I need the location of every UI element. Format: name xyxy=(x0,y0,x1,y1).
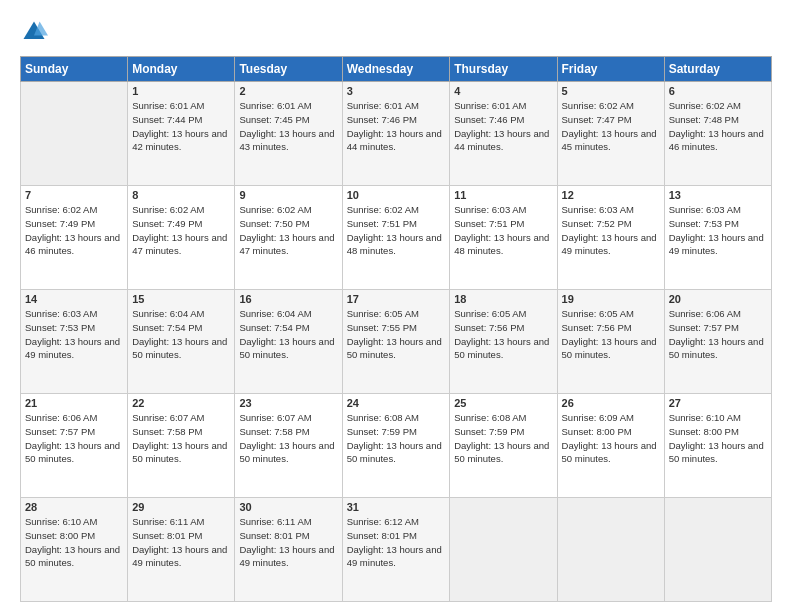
sunset-text: Sunset: 7:58 PM xyxy=(239,426,309,437)
day-info: Sunrise: 6:01 AM Sunset: 7:45 PM Dayligh… xyxy=(239,99,337,154)
day-info: Sunrise: 6:11 AM Sunset: 8:01 PM Dayligh… xyxy=(239,515,337,570)
calendar-day-cell: 14 Sunrise: 6:03 AM Sunset: 7:53 PM Dayl… xyxy=(21,290,128,394)
day-number: 14 xyxy=(25,293,123,305)
calendar-header-wednesday: Wednesday xyxy=(342,57,450,82)
sunrise-text: Sunrise: 6:10 AM xyxy=(669,412,741,423)
sunrise-text: Sunrise: 6:11 AM xyxy=(239,516,311,527)
day-number: 25 xyxy=(454,397,552,409)
sunset-text: Sunset: 7:52 PM xyxy=(562,218,632,229)
calendar-day-cell: 21 Sunrise: 6:06 AM Sunset: 7:57 PM Dayl… xyxy=(21,394,128,498)
sunrise-text: Sunrise: 6:05 AM xyxy=(347,308,419,319)
sunset-text: Sunset: 7:59 PM xyxy=(347,426,417,437)
sunset-text: Sunset: 7:53 PM xyxy=(669,218,739,229)
calendar-day-cell: 28 Sunrise: 6:10 AM Sunset: 8:00 PM Dayl… xyxy=(21,498,128,602)
calendar-day-cell xyxy=(557,498,664,602)
daylight-text: Daylight: 13 hours and 49 minutes. xyxy=(669,232,764,257)
sunrise-text: Sunrise: 6:03 AM xyxy=(454,204,526,215)
sunset-text: Sunset: 8:01 PM xyxy=(132,530,202,541)
calendar-day-cell: 18 Sunrise: 6:05 AM Sunset: 7:56 PM Dayl… xyxy=(450,290,557,394)
calendar-week-row: 7 Sunrise: 6:02 AM Sunset: 7:49 PM Dayli… xyxy=(21,186,772,290)
daylight-text: Daylight: 13 hours and 49 minutes. xyxy=(347,544,442,569)
daylight-text: Daylight: 13 hours and 50 minutes. xyxy=(347,336,442,361)
calendar-day-cell: 23 Sunrise: 6:07 AM Sunset: 7:58 PM Dayl… xyxy=(235,394,342,498)
calendar-week-row: 14 Sunrise: 6:03 AM Sunset: 7:53 PM Dayl… xyxy=(21,290,772,394)
day-info: Sunrise: 6:02 AM Sunset: 7:51 PM Dayligh… xyxy=(347,203,446,258)
header xyxy=(20,18,772,46)
sunset-text: Sunset: 7:49 PM xyxy=(25,218,95,229)
sunrise-text: Sunrise: 6:02 AM xyxy=(239,204,311,215)
calendar-day-cell xyxy=(21,82,128,186)
calendar-day-cell: 17 Sunrise: 6:05 AM Sunset: 7:55 PM Dayl… xyxy=(342,290,450,394)
day-number: 20 xyxy=(669,293,767,305)
day-number: 26 xyxy=(562,397,660,409)
calendar-day-cell: 15 Sunrise: 6:04 AM Sunset: 7:54 PM Dayl… xyxy=(128,290,235,394)
day-number: 2 xyxy=(239,85,337,97)
sunrise-text: Sunrise: 6:07 AM xyxy=(132,412,204,423)
day-number: 19 xyxy=(562,293,660,305)
sunrise-text: Sunrise: 6:01 AM xyxy=(347,100,419,111)
day-number: 15 xyxy=(132,293,230,305)
sunrise-text: Sunrise: 6:02 AM xyxy=(562,100,634,111)
day-number: 16 xyxy=(239,293,337,305)
day-info: Sunrise: 6:07 AM Sunset: 7:58 PM Dayligh… xyxy=(132,411,230,466)
day-info: Sunrise: 6:02 AM Sunset: 7:49 PM Dayligh… xyxy=(132,203,230,258)
daylight-text: Daylight: 13 hours and 50 minutes. xyxy=(454,440,549,465)
sunrise-text: Sunrise: 6:08 AM xyxy=(347,412,419,423)
sunset-text: Sunset: 7:54 PM xyxy=(239,322,309,333)
daylight-text: Daylight: 13 hours and 44 minutes. xyxy=(347,128,442,153)
calendar-day-cell: 26 Sunrise: 6:09 AM Sunset: 8:00 PM Dayl… xyxy=(557,394,664,498)
calendar-week-row: 21 Sunrise: 6:06 AM Sunset: 7:57 PM Dayl… xyxy=(21,394,772,498)
sunset-text: Sunset: 7:57 PM xyxy=(25,426,95,437)
sunrise-text: Sunrise: 6:03 AM xyxy=(669,204,741,215)
sunset-text: Sunset: 7:53 PM xyxy=(25,322,95,333)
day-number: 18 xyxy=(454,293,552,305)
sunset-text: Sunset: 8:00 PM xyxy=(562,426,632,437)
day-number: 13 xyxy=(669,189,767,201)
day-info: Sunrise: 6:03 AM Sunset: 7:51 PM Dayligh… xyxy=(454,203,552,258)
daylight-text: Daylight: 13 hours and 50 minutes. xyxy=(669,440,764,465)
day-number: 10 xyxy=(347,189,446,201)
calendar-header-sunday: Sunday xyxy=(21,57,128,82)
day-info: Sunrise: 6:08 AM Sunset: 7:59 PM Dayligh… xyxy=(347,411,446,466)
sunset-text: Sunset: 7:48 PM xyxy=(669,114,739,125)
day-info: Sunrise: 6:12 AM Sunset: 8:01 PM Dayligh… xyxy=(347,515,446,570)
calendar-week-row: 1 Sunrise: 6:01 AM Sunset: 7:44 PM Dayli… xyxy=(21,82,772,186)
calendar-day-cell: 1 Sunrise: 6:01 AM Sunset: 7:44 PM Dayli… xyxy=(128,82,235,186)
daylight-text: Daylight: 13 hours and 48 minutes. xyxy=(347,232,442,257)
daylight-text: Daylight: 13 hours and 46 minutes. xyxy=(669,128,764,153)
calendar-day-cell: 6 Sunrise: 6:02 AM Sunset: 7:48 PM Dayli… xyxy=(664,82,771,186)
sunset-text: Sunset: 7:45 PM xyxy=(239,114,309,125)
day-info: Sunrise: 6:01 AM Sunset: 7:46 PM Dayligh… xyxy=(454,99,552,154)
day-number: 8 xyxy=(132,189,230,201)
daylight-text: Daylight: 13 hours and 49 minutes. xyxy=(562,232,657,257)
daylight-text: Daylight: 13 hours and 48 minutes. xyxy=(454,232,549,257)
daylight-text: Daylight: 13 hours and 47 minutes. xyxy=(132,232,227,257)
page: SundayMondayTuesdayWednesdayThursdayFrid… xyxy=(0,0,792,612)
daylight-text: Daylight: 13 hours and 43 minutes. xyxy=(239,128,334,153)
calendar-day-cell: 10 Sunrise: 6:02 AM Sunset: 7:51 PM Dayl… xyxy=(342,186,450,290)
day-info: Sunrise: 6:04 AM Sunset: 7:54 PM Dayligh… xyxy=(239,307,337,362)
day-number: 12 xyxy=(562,189,660,201)
sunrise-text: Sunrise: 6:02 AM xyxy=(132,204,204,215)
day-number: 23 xyxy=(239,397,337,409)
day-info: Sunrise: 6:06 AM Sunset: 7:57 PM Dayligh… xyxy=(25,411,123,466)
calendar-header-tuesday: Tuesday xyxy=(235,57,342,82)
day-info: Sunrise: 6:05 AM Sunset: 7:55 PM Dayligh… xyxy=(347,307,446,362)
calendar-day-cell: 11 Sunrise: 6:03 AM Sunset: 7:51 PM Dayl… xyxy=(450,186,557,290)
calendar-day-cell xyxy=(664,498,771,602)
calendar-day-cell: 2 Sunrise: 6:01 AM Sunset: 7:45 PM Dayli… xyxy=(235,82,342,186)
daylight-text: Daylight: 13 hours and 50 minutes. xyxy=(239,336,334,361)
day-number: 11 xyxy=(454,189,552,201)
day-number: 17 xyxy=(347,293,446,305)
calendar-header-saturday: Saturday xyxy=(664,57,771,82)
day-info: Sunrise: 6:02 AM Sunset: 7:49 PM Dayligh… xyxy=(25,203,123,258)
day-number: 3 xyxy=(347,85,446,97)
day-number: 27 xyxy=(669,397,767,409)
calendar-header-friday: Friday xyxy=(557,57,664,82)
day-info: Sunrise: 6:02 AM Sunset: 7:50 PM Dayligh… xyxy=(239,203,337,258)
daylight-text: Daylight: 13 hours and 50 minutes. xyxy=(669,336,764,361)
sunset-text: Sunset: 8:00 PM xyxy=(25,530,95,541)
sunrise-text: Sunrise: 6:02 AM xyxy=(347,204,419,215)
calendar-day-cell: 20 Sunrise: 6:06 AM Sunset: 7:57 PM Dayl… xyxy=(664,290,771,394)
day-info: Sunrise: 6:06 AM Sunset: 7:57 PM Dayligh… xyxy=(669,307,767,362)
